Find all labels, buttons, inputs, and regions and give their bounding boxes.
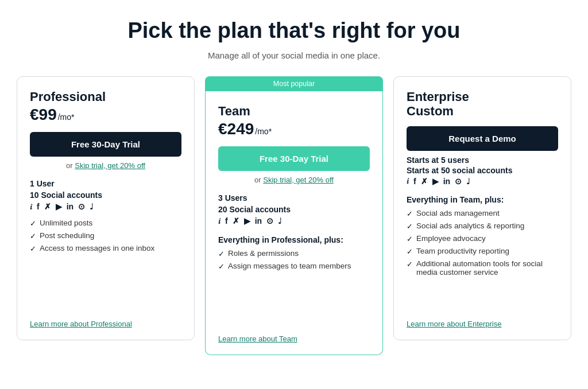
- plan-price-amount: €249: [218, 120, 254, 138]
- feature-item: ✓Assign messages to team members: [218, 262, 370, 271]
- check-icon: ✓: [30, 219, 36, 228]
- instagram-icon: 𝑖: [407, 176, 409, 186]
- plan-card-team: Team €249 /mo* Free 30-Day Trialor Skip …: [205, 91, 383, 355]
- plan-card-enterprise: EnterpriseCustomRequest a DemoStarts at …: [393, 76, 571, 340]
- plan-detail: Starts at 50 social accounts: [407, 166, 558, 175]
- check-icon: ✓: [407, 222, 413, 231]
- learn-more-link-professional[interactable]: Learn more about Professional: [30, 315, 181, 328]
- linkedin-icon: in: [443, 177, 450, 186]
- feature-item: ✓Additional automation tools for social …: [407, 259, 558, 277]
- youtube-icon: ▶: [432, 177, 439, 186]
- plan-price-row: €249 /mo*: [218, 120, 370, 138]
- cta-button-team[interactable]: Free 30-Day Trial: [218, 146, 370, 171]
- plan-price-amount: €99: [30, 106, 57, 124]
- learn-more-link-team[interactable]: Learn more about Team: [218, 330, 370, 343]
- features-header: Everything in Team, plus:: [407, 195, 558, 204]
- plan-wrapper-professional: Professional €99 /mo* Free 30-Day Trialo…: [17, 76, 195, 340]
- plans-container: Professional €99 /mo* Free 30-Day Trialo…: [13, 76, 575, 355]
- feature-text: Roles & permissions: [228, 249, 299, 258]
- twitter-icon: ✗: [233, 216, 239, 225]
- pinterest-icon: ⊙: [266, 216, 273, 225]
- check-icon: ✓: [407, 247, 413, 256]
- skip-link-anchor-professional[interactable]: Skip trial, get 20% off: [75, 161, 145, 170]
- twitter-icon: ✗: [421, 177, 428, 186]
- tiktok-icon: ♩: [278, 216, 282, 225]
- learn-more-link-enterprise[interactable]: Learn more about Enterprise: [407, 315, 558, 328]
- check-icon: ✓: [407, 235, 413, 243]
- plan-wrapper-team: Most popularTeam €249 /mo* Free 30-Day T…: [205, 76, 383, 355]
- feature-text: Social ads analytics & reporting: [416, 221, 524, 230]
- check-icon: ✓: [407, 209, 413, 218]
- plan-name: EnterpriseCustom: [407, 90, 558, 119]
- feature-text: Employee advocacy: [416, 234, 486, 243]
- feature-text: Assign messages to team members: [228, 262, 351, 270]
- feature-text: Access to messages in one inbox: [40, 244, 154, 252]
- pinterest-icon: ⊙: [78, 202, 85, 211]
- facebook-icon: f: [413, 177, 416, 186]
- pinterest-icon: ⊙: [455, 177, 462, 186]
- facebook-icon: f: [225, 216, 228, 225]
- page-subtitle: Manage all of your social media in one p…: [208, 50, 380, 60]
- feature-item: ✓Roles & permissions: [218, 249, 370, 258]
- twitter-icon: ✗: [44, 202, 51, 211]
- feature-item: ✓Social ads management: [407, 209, 558, 218]
- plan-price-period: /mo*: [58, 112, 75, 122]
- feature-item: ✓Access to messages in one inbox: [30, 244, 181, 253]
- instagram-icon: 𝑖: [30, 202, 32, 212]
- check-icon: ✓: [218, 250, 225, 258]
- tiktok-icon: ♩: [466, 177, 470, 186]
- feature-item: ✓Employee advocacy: [407, 234, 558, 243]
- check-icon: ✓: [30, 244, 36, 253]
- cta-button-professional[interactable]: Free 30-Day Trial: [30, 132, 181, 157]
- plan-card-professional: Professional €99 /mo* Free 30-Day Trialo…: [17, 76, 195, 340]
- check-icon: ✓: [218, 262, 225, 271]
- plan-detail: 3 Users: [218, 193, 370, 203]
- plan-detail: 10 Social accounts: [30, 190, 181, 200]
- cta-button-enterprise[interactable]: Request a Demo: [407, 126, 558, 151]
- feature-list-professional: ✓Unlimited posts✓Post scheduling✓Access …: [30, 219, 181, 306]
- feature-item: ✓Team productivity reporting: [407, 247, 558, 256]
- plan-detail: 1 User: [30, 179, 181, 188]
- social-icons-enterprise: 𝑖f✗▶in⊙♩: [407, 176, 558, 186]
- tiktok-icon: ♩: [90, 202, 94, 211]
- popular-badge: Most popular: [205, 76, 383, 91]
- skip-link-team: or Skip trial, get 20% off: [218, 176, 370, 184]
- social-icons-team: 𝑖f✗▶in⊙♩: [218, 216, 370, 226]
- linkedin-icon: in: [67, 202, 74, 211]
- feature-text: Unlimited posts: [40, 219, 92, 227]
- feature-item: ✓Post scheduling: [30, 231, 181, 240]
- check-icon: ✓: [407, 260, 413, 269]
- feature-item: ✓Unlimited posts: [30, 219, 181, 228]
- features-header: Everything in Professional, plus:: [218, 235, 370, 244]
- skip-link-professional: or Skip trial, get 20% off: [30, 161, 181, 170]
- plan-price-row: €99 /mo*: [30, 106, 181, 124]
- plan-name: Team: [218, 104, 370, 119]
- plan-detail: Starts at 5 users: [407, 155, 558, 165]
- youtube-icon: ▶: [244, 216, 250, 225]
- plan-name: Professional: [30, 90, 181, 104]
- feature-text: Additional automation tools for social m…: [416, 259, 558, 277]
- plan-wrapper-enterprise: EnterpriseCustomRequest a DemoStarts at …: [393, 76, 571, 340]
- feature-item: ✓Social ads analytics & reporting: [407, 221, 558, 231]
- feature-text: Team productivity reporting: [416, 247, 509, 255]
- check-icon: ✓: [30, 232, 36, 240]
- social-icons-professional: 𝑖f✗▶in⊙♩: [30, 202, 181, 212]
- feature-text: Social ads management: [416, 209, 500, 217]
- plan-detail: 20 Social accounts: [218, 205, 370, 214]
- youtube-icon: ▶: [56, 202, 62, 211]
- instagram-icon: 𝑖: [218, 216, 220, 226]
- plan-price-period: /mo*: [255, 127, 272, 136]
- skip-link-anchor-team[interactable]: Skip trial, get 20% off: [263, 176, 334, 184]
- feature-text: Post scheduling: [40, 231, 94, 240]
- linkedin-icon: in: [255, 216, 262, 225]
- page-title: Pick the plan that's right for you: [127, 18, 460, 44]
- facebook-icon: f: [37, 202, 40, 211]
